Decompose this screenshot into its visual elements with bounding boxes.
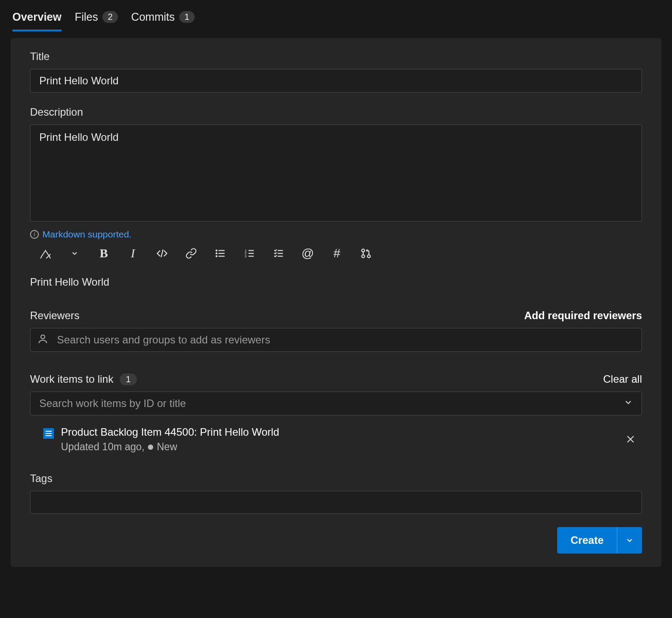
pr-tabs: Overview Files 2 Commits 1 [0,0,672,32]
create-button[interactable]: Create [557,527,617,554]
bold-icon[interactable]: B [97,247,110,260]
svg-text:3: 3 [245,254,246,258]
reviewers-label: Reviewers [30,309,79,322]
bullet-list-icon[interactable] [214,247,227,260]
work-items-count: 1 [120,373,137,385]
markdown-hint: i Markdown supported. [30,229,642,240]
tags-label: Tags [30,472,642,485]
work-items-label: Work items to link [30,373,113,385]
pr-form-panel: Title Description i Markdown supported. … [11,38,661,567]
linked-work-item: Product Backlog Item 44500: Print Hello … [30,415,642,457]
code-icon[interactable] [155,247,169,260]
tags-input[interactable] [30,491,642,514]
create-split-button: Create [557,527,642,554]
markdown-supported-link[interactable]: Markdown supported. [42,229,132,240]
title-label: Title [30,50,642,63]
person-icon [37,333,49,347]
tab-files[interactable]: Files 2 [75,4,118,31]
state-dot-icon [148,445,153,450]
info-icon: i [30,230,39,239]
tab-files-count: 2 [102,11,118,23]
tab-commits-count: 1 [179,11,195,23]
description-label: Description [30,106,642,118]
svg-point-18 [367,255,370,258]
svg-point-5 [216,253,217,254]
clear-all-button[interactable]: Clear all [603,373,642,385]
svg-point-6 [216,256,217,256]
tab-commits-label: Commits [131,11,175,23]
pull-request-icon[interactable] [359,247,373,260]
svg-point-17 [362,255,365,258]
description-preview: Print Hello World [30,276,642,288]
tab-overview-label: Overview [12,11,61,23]
svg-point-16 [362,249,365,252]
work-item-state: New [157,441,177,453]
work-item-title[interactable]: Product Backlog Item 44500: Print Hello … [61,426,279,438]
tab-commits[interactable]: Commits 1 [131,4,195,31]
tab-files-label: Files [75,11,98,23]
format-toolbar: B I 123 @ # [30,247,642,260]
work-item-updated: Updated 10m ago, [61,441,144,453]
add-required-reviewers-button[interactable]: Add required reviewers [524,309,642,322]
remove-work-item-button[interactable] [625,434,636,447]
svg-point-20 [41,335,45,339]
mention-icon[interactable]: @ [301,247,314,260]
svg-line-0 [161,249,163,257]
tab-overview[interactable]: Overview [12,4,61,31]
task-list-icon[interactable] [272,247,285,260]
pbi-type-icon [43,428,54,439]
heading-style-icon[interactable] [39,247,52,260]
reviewers-search-input[interactable] [30,328,642,352]
chevron-down-icon[interactable] [68,247,81,260]
work-items-search-input[interactable] [30,392,642,415]
description-input[interactable] [30,124,642,222]
create-dropdown-button[interactable] [617,527,642,554]
italic-icon[interactable]: I [126,247,140,260]
link-icon[interactable] [185,247,198,260]
hash-icon[interactable]: # [330,247,344,260]
title-input[interactable] [30,69,642,93]
svg-point-4 [216,250,217,251]
numbered-list-icon[interactable]: 123 [243,247,256,260]
